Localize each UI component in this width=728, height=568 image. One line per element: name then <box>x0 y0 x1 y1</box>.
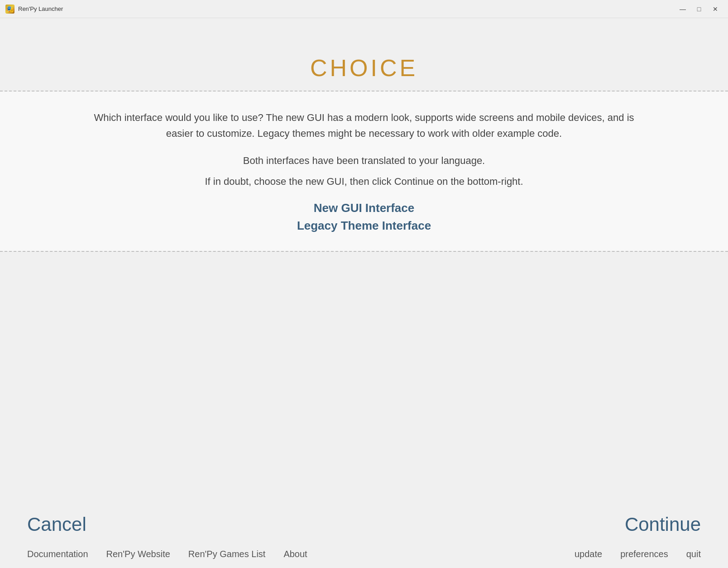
continue-button[interactable]: Continue <box>625 514 701 535</box>
close-button[interactable]: ✕ <box>708 3 723 15</box>
footer-links-left: Documentation Ren'Py Website Ren'Py Game… <box>27 549 307 559</box>
window-title: Ren'Py Launcher <box>18 5 675 12</box>
translated-text: Both interfaces have been translated to … <box>91 155 637 167</box>
documentation-link[interactable]: Documentation <box>27 549 88 559</box>
renpy-website-link[interactable]: Ren'Py Website <box>106 549 170 559</box>
center-content: CHOICE Which interface would you like to… <box>0 54 728 252</box>
bottom-bar: Cancel Continue Documentation Ren'Py Web… <box>0 505 728 568</box>
new-gui-option[interactable]: New GUI Interface <box>314 201 415 215</box>
minimize-button[interactable]: — <box>675 3 690 15</box>
about-link[interactable]: About <box>283 549 307 559</box>
links-row: Documentation Ren'Py Website Ren'Py Game… <box>0 544 728 568</box>
window-controls: — □ ✕ <box>675 3 723 15</box>
hint-text: If in doubt, choose the new GUI, then cl… <box>91 176 637 188</box>
divider-bottom <box>0 251 728 252</box>
choice-title: CHOICE <box>310 54 418 82</box>
app-icon: 🎭 <box>5 5 14 14</box>
title-bar: 🎭 Ren'Py Launcher — □ ✕ <box>0 0 728 18</box>
footer-links-right: update preferences quit <box>575 549 701 559</box>
description-text: Which interface would you like to use? T… <box>91 110 637 141</box>
legacy-theme-option[interactable]: Legacy Theme Interface <box>297 219 431 233</box>
renpy-games-list-link[interactable]: Ren'Py Games List <box>188 549 266 559</box>
update-link[interactable]: update <box>575 549 602 559</box>
preferences-link[interactable]: preferences <box>620 549 668 559</box>
action-row: Cancel Continue <box>0 505 728 544</box>
quit-link[interactable]: quit <box>686 549 701 559</box>
cancel-button[interactable]: Cancel <box>27 514 86 535</box>
choice-options: New GUI Interface Legacy Theme Interface <box>91 201 637 233</box>
content-panel: Which interface would you like to use? T… <box>0 91 728 251</box>
maximize-button[interactable]: □ <box>692 3 706 15</box>
